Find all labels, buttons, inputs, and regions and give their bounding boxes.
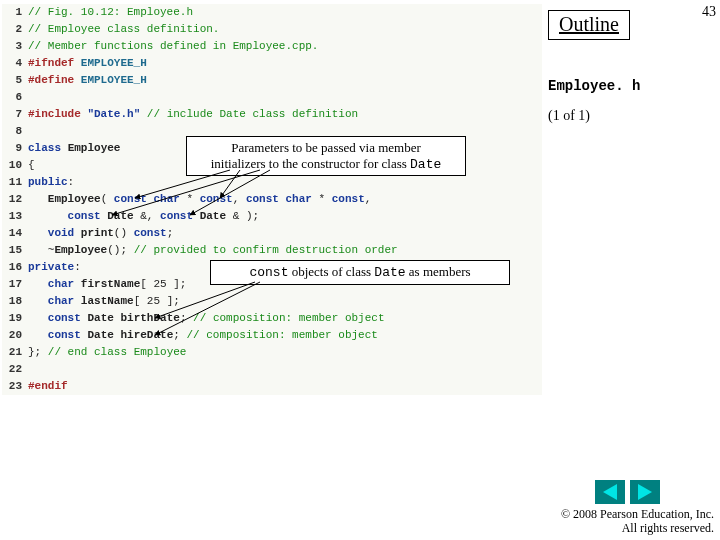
line-number: 12 (2, 191, 28, 208)
prev-button[interactable] (595, 480, 625, 504)
code-line: 21}; // end class Employee (2, 344, 542, 361)
code-text: private: (28, 259, 81, 276)
line-number: 9 (2, 140, 28, 157)
code-text: public: (28, 174, 74, 191)
line-number: 16 (2, 259, 28, 276)
code-text: // Employee class definition. (28, 21, 219, 38)
code-text: const Date birthDate; // composition: me… (28, 310, 385, 327)
code-line: 2// Employee class definition. (2, 21, 542, 38)
line-number: 17 (2, 276, 28, 293)
copyright-text: © 2008 Pearson Education, Inc. All right… (554, 508, 714, 536)
code-text: const Date hireDate; // composition: mem… (28, 327, 378, 344)
line-number: 19 (2, 310, 28, 327)
line-number: 15 (2, 242, 28, 259)
code-text: ~Employee(); // provided to confirm dest… (28, 242, 398, 259)
code-line: 15 ~Employee(); // provided to confirm d… (2, 242, 542, 259)
line-number: 20 (2, 327, 28, 344)
code-text: Employee( const char * const, const char… (28, 191, 371, 208)
code-text: // Member functions defined in Employee.… (28, 38, 318, 55)
code-line: 20 const Date hireDate; // composition: … (2, 327, 542, 344)
line-number: 14 (2, 225, 28, 242)
line-number: 6 (2, 89, 28, 106)
code-text: #include "Date.h" // include Date class … (28, 106, 358, 123)
line-number: 4 (2, 55, 28, 72)
line-number: 1 (2, 4, 28, 21)
code-line: 4#ifndef EMPLOYEE_H (2, 55, 542, 72)
source-filename: Employee. h (548, 78, 640, 94)
code-text: #define EMPLOYEE_H (28, 72, 147, 89)
code-text: }; // end class Employee (28, 344, 186, 361)
code-line: 5#define EMPLOYEE_H (2, 72, 542, 89)
line-number: 2 (2, 21, 28, 38)
code-line: 3// Member functions defined in Employee… (2, 38, 542, 55)
slide-number: 43 (702, 4, 716, 20)
line-number: 11 (2, 174, 28, 191)
code-line: 11public: (2, 174, 542, 191)
code-line: 22 (2, 361, 542, 378)
code-line: 1// Fig. 10.12: Employee.h (2, 4, 542, 21)
code-text: const Date &, const Date & ); (28, 208, 259, 225)
code-text: #endif (28, 378, 68, 395)
page-count: (1 of 1) (548, 108, 590, 124)
code-text: #ifndef EMPLOYEE_H (28, 55, 147, 72)
line-number: 8 (2, 123, 28, 140)
line-number: 22 (2, 361, 28, 378)
next-button[interactable] (630, 480, 660, 504)
code-listing: 1// Fig. 10.12: Employee.h2// Employee c… (2, 4, 542, 395)
code-text: void print() const; (28, 225, 173, 242)
line-number: 23 (2, 378, 28, 395)
line-number: 3 (2, 38, 28, 55)
callout-parameters: Parameters to be passed via memberinitia… (186, 136, 466, 176)
code-line: 19 const Date birthDate; // composition:… (2, 310, 542, 327)
code-text: char lastName[ 25 ]; (28, 293, 180, 310)
code-line: 18 char lastName[ 25 ]; (2, 293, 542, 310)
code-text: { (28, 157, 35, 174)
line-number: 5 (2, 72, 28, 89)
line-number: 21 (2, 344, 28, 361)
code-text: // Fig. 10.12: Employee.h (28, 4, 193, 21)
line-number: 10 (2, 157, 28, 174)
code-line: 6 (2, 89, 542, 106)
code-text: char firstName[ 25 ]; (28, 276, 186, 293)
code-line: 23#endif (2, 378, 542, 395)
code-line: 12 Employee( const char * const, const c… (2, 191, 542, 208)
callout-const-members: const objects of class Date as members (210, 260, 510, 285)
outline-heading: Outline (548, 10, 630, 40)
code-line: 13 const Date &, const Date & ); (2, 208, 542, 225)
code-line: 14 void print() const; (2, 225, 542, 242)
line-number: 18 (2, 293, 28, 310)
line-number: 13 (2, 208, 28, 225)
code-line: 7#include "Date.h" // include Date class… (2, 106, 542, 123)
code-text: class Employee (28, 140, 120, 157)
line-number: 7 (2, 106, 28, 123)
